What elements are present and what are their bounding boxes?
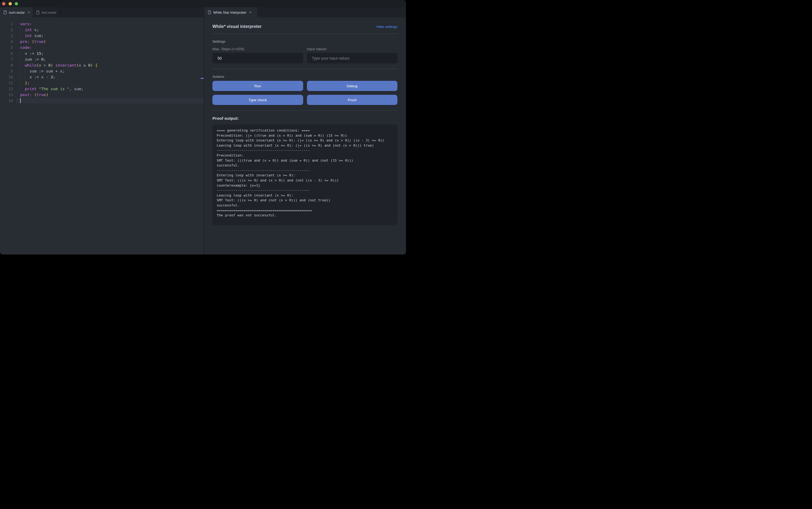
line-number: 4	[0, 39, 16, 44]
type-check-button[interactable]: Type check	[212, 95, 303, 105]
code-line[interactable]: 2 int x;	[0, 27, 204, 33]
file-icon	[36, 10, 39, 14]
input-values-label: Input Values	[307, 47, 398, 51]
max-steps-input[interactable]	[212, 53, 303, 63]
file-icon	[3, 10, 7, 14]
code-editor[interactable]: 1vars:2 int x;3 int sum;4pre: (true)5cod…	[0, 18, 204, 254]
editor-scrollbar[interactable]	[200, 18, 204, 254]
code-line[interactable]: 10 x := x - 3;	[0, 74, 204, 80]
code-line[interactable]: 4pre: (true)	[0, 39, 204, 44]
line-number: 2	[0, 27, 16, 33]
code-line[interactable]: 12 print "The sum is ", sum;	[0, 86, 204, 92]
panel-title: While* visual interpreter	[212, 24, 262, 29]
code-line[interactable]: 6 x := 15;	[0, 50, 204, 56]
text-cursor	[20, 98, 21, 103]
code-lines: 1vars:2 int x;3 int sum;4pre: (true)5cod…	[0, 21, 204, 104]
line-number: 3	[0, 33, 16, 39]
line-number: 7	[0, 56, 16, 62]
divider	[212, 69, 397, 69]
line-number: 10	[0, 74, 16, 80]
input-values-input[interactable]	[307, 53, 398, 63]
code-line[interactable]: 14	[0, 98, 204, 104]
tab-test-wstar[interactable]: test.wstar	[33, 7, 60, 18]
line-number: 5	[0, 44, 16, 50]
line-number: 1	[0, 21, 16, 27]
app-window: sum.wstar ✕ test.wstar While Star Interp…	[0, 0, 406, 254]
code-line[interactable]: 9 sum := sum + x;	[0, 68, 204, 74]
indent-guide	[20, 27, 20, 39]
line-number: 14	[0, 98, 16, 104]
tab-label: While Star Interpreter	[213, 10, 246, 14]
divider	[212, 110, 397, 111]
line-number: 12	[0, 86, 16, 92]
file-icon	[208, 10, 211, 14]
tab-sum-wstar[interactable]: sum.wstar ✕	[0, 7, 33, 18]
settings-section-label: Settings	[212, 39, 397, 43]
indent-guide	[20, 50, 20, 92]
debug-button[interactable]: Debug	[307, 81, 398, 91]
line-number: 8	[0, 62, 16, 68]
line-number: 6	[0, 50, 16, 56]
line-number: 11	[0, 80, 16, 86]
tab-bar: sum.wstar ✕ test.wstar While Star Interp…	[0, 7, 406, 18]
maximize-window-button[interactable]	[15, 2, 18, 5]
indent-guide	[24, 68, 25, 80]
close-window-button[interactable]	[2, 2, 5, 5]
code-line[interactable]: 3 int sum;	[0, 33, 204, 39]
max-steps-label: Max. Steps (<=500)	[212, 47, 303, 51]
close-tab-icon[interactable]: ✕	[249, 11, 251, 14]
code-line[interactable]: 1vars:	[0, 21, 204, 27]
tab-label: sum.wstar	[9, 10, 25, 14]
line-number: 9	[0, 68, 16, 74]
run-button[interactable]: Run	[212, 81, 303, 91]
tab-label: test.wstar	[42, 10, 57, 14]
line-number: 13	[0, 92, 16, 98]
code-line[interactable]: 7 sum := 0;	[0, 56, 204, 62]
interpreter-panel: While* visual interpreter Hide settings …	[204, 18, 406, 254]
minimize-window-button[interactable]	[9, 2, 12, 5]
hide-settings-link[interactable]: Hide settings	[376, 25, 397, 29]
code-line[interactable]: 13post: (true)	[0, 92, 204, 98]
code-line[interactable]: 8 while(x > 0) invariant(x ≥ 0) {	[0, 62, 204, 68]
proof-output-box: ==== generating verification conditions:…	[212, 125, 397, 225]
close-tab-icon[interactable]: ✕	[27, 11, 30, 14]
proof-button[interactable]: Proof	[307, 95, 398, 105]
title-bar	[0, 0, 406, 7]
tab-while-star-interpreter[interactable]: While Star Interpreter ✕	[204, 7, 257, 18]
proof-output-heading: Proof output:	[212, 116, 397, 121]
proof-output-text: ==== generating verification conditions:…	[217, 128, 393, 218]
code-line[interactable]: 5code:	[0, 44, 204, 50]
actions-section-label: Actions	[212, 75, 397, 79]
overview-ruler-cursor-marker	[201, 78, 204, 79]
code-line[interactable]: 11 };	[0, 80, 204, 86]
